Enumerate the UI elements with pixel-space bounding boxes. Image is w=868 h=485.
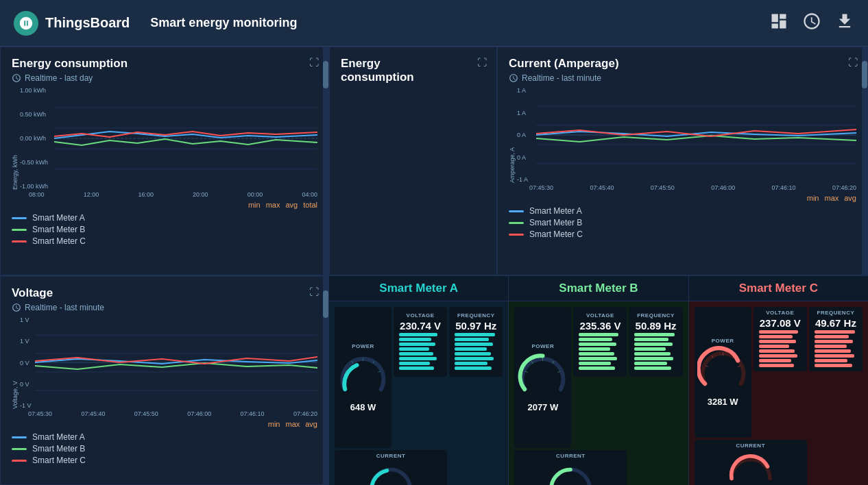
voltage-legend-c: Smart Meter C: [12, 456, 317, 465]
page-wrapper: ThingsBoard Smart energy monitoring: [0, 0, 868, 485]
sm-b-voltage-bars: [576, 332, 624, 371]
chart-stats-current: min max avg: [509, 194, 856, 202]
current-legend-a: Smart Meter A: [509, 206, 856, 216]
current-legend-line-a: [509, 210, 524, 212]
chart-stats-energy: min max avg total: [12, 201, 317, 209]
sm-a-voltage-value: 230.74 V: [400, 320, 441, 332]
sm-b-power-card: POWER: [514, 307, 571, 448]
sm-b-voltage-label: VOLTAGE: [586, 312, 614, 319]
stat-avg: avg: [285, 201, 298, 209]
sm-c-frequency-value: 49.67 Hz: [815, 317, 856, 329]
sm-b-freq-bars: [631, 332, 679, 371]
dashboard-icon[interactable]: [769, 12, 788, 35]
expand-icon-energy[interactable]: ⛶: [309, 57, 319, 68]
sm-b-metrics: VOLTAGE 235.36 V: [514, 307, 682, 485]
energy-chart-title: Energy consumption: [12, 57, 317, 71]
stat-max: max: [266, 201, 280, 209]
scrollbar-current[interactable]: [862, 47, 867, 275]
sm-a-frequency-value: 50.97 Hz: [455, 320, 496, 332]
bottom-panels: ⛶ Voltage Realtime - last minute Voltage…: [0, 276, 868, 485]
voltage-legend: Smart Meter A Smart Meter B Smart Meter …: [12, 432, 317, 465]
sm-b-power-value: 2077 W: [527, 402, 558, 412]
current-chart-subtitle: Realtime - last minute: [509, 73, 856, 83]
stat-min: min: [248, 201, 261, 209]
top-panels: ⛶ Energy consumption Realtime - last day…: [0, 47, 868, 276]
energy-chart-panel: ⛶ Energy consumption Realtime - last day…: [0, 47, 329, 275]
voltage-y-axis-label: Voltage, V: [12, 316, 19, 409]
sm-a-voltage-label: VOLTAGE: [407, 312, 435, 319]
sm-a-power-value: 648 W: [350, 402, 376, 412]
current-stat-max: max: [824, 194, 839, 202]
sm-c-current-label: CURRENT: [736, 443, 765, 449]
scrollbar-energy[interactable]: [323, 47, 328, 275]
stat-total: total: [303, 201, 317, 209]
current-chart-panel: ⛶ Current (Amperage) Realtime - last min…: [497, 47, 868, 275]
voltage-stat-min: min: [268, 420, 280, 428]
voltage-x-labels: 07:45:30 07:45:40 07:45:50 07:46:00 07:4…: [12, 410, 317, 417]
sm-b-header: Smart Meter B: [509, 276, 688, 301]
expand-icon-current[interactable]: ⛶: [848, 57, 858, 68]
sm-c-voltage-card: VOLTAGE 237.08 V: [754, 307, 807, 371]
logo-icon: [14, 11, 38, 36]
sm-a-current-label: CURRENT: [376, 453, 406, 459]
energy-chart-subtitle: Realtime - last day: [12, 73, 317, 83]
content-area: ⛶ Energy consumption Realtime - last day…: [0, 47, 868, 485]
energy-middle-panel: ⛶ Energy consumption: [329, 47, 497, 275]
expand-icon-energy-middle[interactable]: ⛶: [477, 57, 487, 68]
sm-c-power-gauge: [697, 345, 749, 397]
voltage-legend-line-a: [12, 436, 27, 438]
legend-item-c: Smart Meter C: [12, 236, 317, 246]
x-axis-labels: 08:00 12:00 16:00 20:00 00:00 04:00: [12, 191, 317, 198]
sm-c-power-value: 3281 W: [708, 397, 738, 407]
sm-a-power-gauge: [337, 351, 389, 402]
energy-chart-svg: [54, 87, 317, 190]
sm-c-metrics: VOLTAGE 237.08 V: [695, 307, 863, 485]
voltage-y-labels: 1 V 1 V 0 V 0 V -1 V: [20, 316, 35, 409]
sm-b-voltage-value: 235.36 V: [579, 320, 620, 332]
brand-name: ThingsBoard: [45, 15, 130, 31]
sm-a-current-gauge: [367, 460, 415, 485]
download-icon[interactable]: [835, 12, 854, 35]
sm-b-voltage-card: VOLTAGE 235.36 V: [573, 307, 627, 377]
scrollbar-voltage[interactable]: [323, 277, 328, 484]
header: ThingsBoard Smart energy monitoring: [0, 0, 868, 47]
current-x-labels: 07:45:30 07:45:40 07:45:50 07:46:00 07:4…: [509, 184, 856, 191]
legend-line-c: [12, 240, 27, 242]
smart-meter-a: VOLTAGE 230.74 V: [329, 301, 509, 485]
voltage-stat-avg: avg: [305, 420, 317, 428]
sm-c-voltage-label: VOLTAGE: [766, 310, 794, 316]
smart-meters-panel: Smart Meter A Smart Meter B Smart Meter …: [329, 276, 868, 485]
sm-a-frequency-label: FREQUENCY: [457, 312, 495, 319]
logo: ThingsBoard: [14, 11, 130, 36]
voltage-legend-line-c: [12, 460, 27, 462]
voltage-chart-panel: ⛶ Voltage Realtime - last minute Voltage…: [0, 276, 329, 485]
smart-meter-b: VOLTAGE 235.36 V: [509, 301, 688, 485]
current-legend-line-b: [509, 222, 524, 224]
sm-c-frequency-card: FREQUENCY 49.67 Hz: [809, 307, 863, 371]
voltage-chart-title: Voltage: [12, 286, 317, 300]
sm-a-voltage-bars: [396, 332, 444, 371]
current-legend: Smart Meter A Smart Meter B Smart Meter …: [509, 206, 856, 239]
legend-item-a: Smart Meter A: [12, 213, 317, 223]
smart-meter-c: VOLTAGE 237.08 V: [689, 301, 868, 485]
expand-icon-voltage[interactable]: ⛶: [309, 286, 319, 297]
sm-a-header: Smart Meter A: [329, 276, 509, 301]
sm-b-current-label: CURRENT: [556, 453, 586, 459]
sm-c-frequency-label: FREQUENCY: [817, 310, 855, 316]
legend-line-b: [12, 229, 27, 231]
voltage-chart-svg: [35, 316, 317, 409]
current-legend-b: Smart Meter B: [509, 218, 856, 227]
sm-a-metrics: VOLTAGE 230.74 V: [335, 307, 503, 485]
sm-c-current-card: CURRENT 13.84 A: [695, 440, 807, 485]
header-actions: [769, 12, 854, 35]
sm-b-power-label: POWER: [531, 343, 554, 349]
y-axis-labels: 1.00 kWh 0.50 kWh 0.00 kWh -0.50 kWh -1.…: [20, 87, 54, 190]
sm-b-current-card: CURRENT 8.84 A: [514, 450, 627, 485]
current-y-labels: 1 A 1 A 0 A 0 A -1 A: [517, 87, 536, 183]
voltage-stat-max: max: [285, 420, 300, 428]
sm-c-voltage-bars: [756, 329, 804, 369]
sm-b-frequency-label: FREQUENCY: [637, 312, 675, 319]
sm-a-frequency-card: FREQUENCY 50.97 Hz: [449, 307, 503, 377]
energy-middle-title: Energy consumption: [341, 57, 485, 84]
clock-icon[interactable]: [802, 12, 821, 35]
